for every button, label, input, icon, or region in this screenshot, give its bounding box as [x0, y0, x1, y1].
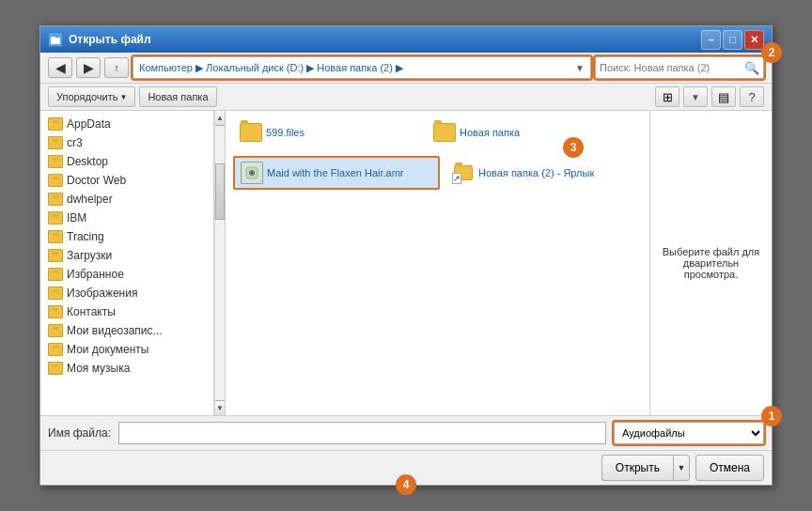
preview-area: Выберите файл для дварительн просмотра. [649, 111, 772, 415]
scroll-thumb[interactable] [215, 163, 225, 220]
forward-button[interactable]: ▶ [76, 57, 101, 78]
folder-icon [48, 230, 63, 243]
dialog-icon [48, 32, 63, 47]
sidebar-item-videos[interactable]: Мои видеозапис... [40, 321, 213, 340]
folder-icon [240, 123, 262, 142]
view-pane-button[interactable]: ▤ [711, 86, 736, 107]
view-toggle-button[interactable]: ▼ [683, 86, 708, 107]
sidebar-item-label: dwhelper [67, 193, 113, 206]
preview-text: Выберите файл для дварительн просмотра. [658, 246, 764, 280]
sidebar-item-label: Desktop [67, 155, 108, 168]
filetype-select[interactable]: Аудиофайлы [614, 422, 764, 444]
back-button[interactable]: ◀ [48, 57, 72, 78]
actions-bar: Упорядочить ▼ Новая папка ⊞ ▼ ▤ ? [40, 84, 772, 111]
sidebar-item-label: Загрузки [67, 249, 112, 262]
open-button[interactable]: Открыть [601, 455, 673, 481]
sidebar-item-label: AppData [67, 117, 111, 131]
sidebar-item-ibm[interactable]: IBM [40, 209, 213, 227]
window-controls: – □ ✕ [701, 30, 764, 50]
organize-label: Упорядочить [56, 91, 117, 102]
buttons-bar: Открыть ▼ Отмена 4 [40, 450, 772, 485]
folder-icon [48, 193, 63, 206]
minimize-button[interactable]: – [701, 30, 721, 50]
sidebar-item-desktop[interactable]: Desktop [40, 152, 213, 171]
file-item-599files[interactable]: 599.files [233, 118, 421, 147]
folder-icon [48, 136, 63, 149]
folder-icon [48, 174, 63, 187]
file-name: Maid with the Flaxen Hair.amr [267, 167, 404, 178]
scroll-up-button[interactable]: ▲ [215, 111, 225, 126]
sidebar-item-label: Мои видеозапис... [67, 324, 163, 337]
address-toolbar: ◀ ▶ ↑ Компьютер ▶ Локальный диск (D:) ▶ … [40, 53, 772, 84]
sidebar-item-documents[interactable]: Мои документы [40, 340, 213, 359]
content-area: 3 599.files Новая папка [226, 111, 649, 415]
sidebar-item-label: Избранное [67, 268, 124, 281]
scroll-down-button[interactable]: ▼ [215, 400, 225, 415]
badge-4: 4 [396, 474, 416, 495]
sidebar-item-label: cr3 [67, 136, 83, 149]
folder-icon [48, 305, 63, 318]
sidebar-item-doctor-web[interactable]: Doctor Web [40, 171, 213, 190]
sidebar-item-label: Мои документы [67, 343, 148, 356]
breadcrumb-bar[interactable]: Компьютер ▶ Локальный диск (D:) ▶ Новая … [133, 56, 591, 79]
file-name: Новая папка (2) - Ярлык [478, 167, 594, 178]
organize-button[interactable]: Упорядочить ▼ [48, 86, 135, 107]
title-bar: Открыть файл – □ ✕ [40, 26, 772, 53]
sidebar-item-music[interactable]: Моя музыка [40, 359, 213, 378]
sidebar-item-label: Моя музыка [67, 362, 130, 375]
breadcrumb-text: Компьютер ▶ Локальный диск (D:) ▶ Новая … [139, 62, 403, 74]
dialog-title: Открыть файл [69, 33, 151, 46]
folder-icon [48, 324, 63, 337]
maximize-button[interactable]: □ [723, 30, 742, 50]
new-folder-button[interactable]: Новая папка [139, 86, 216, 107]
view-controls: ⊞ ▼ ▤ ? [655, 86, 764, 107]
search-input[interactable] [600, 62, 741, 73]
file-name: 599.files [266, 127, 304, 138]
sidebar-scrollbar[interactable]: ▲ ▼ [214, 111, 226, 415]
file-item-shortcut[interactable]: ↗ Новая папка (2) - Ярлык [445, 156, 633, 190]
folder-icon [48, 343, 63, 356]
title-bar-left: Открыть файл [48, 32, 151, 47]
sidebar-item-appdata[interactable]: AppData [40, 115, 213, 133]
folder-icon [48, 249, 63, 262]
link-icon: ↗ [452, 162, 475, 184]
svg-point-2 [251, 172, 253, 174]
sidebar-item-cr3[interactable]: cr3 [40, 133, 213, 152]
filename-bar: Имя файла: Аудиофайлы 1 [40, 415, 772, 450]
file-item-audio[interactable]: Maid with the Flaxen Hair.amr [233, 156, 440, 190]
sidebar-item-favorites[interactable]: Избранное [40, 265, 213, 284]
folder-icon [48, 362, 63, 375]
sidebar: AppData cr3 Desktop Doctor Web dwhelper … [40, 111, 214, 415]
sidebar-item-dwhelper[interactable]: dwhelper [40, 190, 213, 209]
folder-icon [48, 211, 63, 225]
badge-3: 3 [563, 137, 584, 158]
view-grid-button[interactable]: ⊞ [655, 86, 679, 107]
sidebar-item-label: Tracing [67, 230, 104, 243]
sidebar-item-images[interactable]: Изображения [40, 284, 213, 302]
folder-icon [48, 268, 63, 281]
main-area: AppData cr3 Desktop Doctor Web dwhelper … [40, 111, 772, 415]
open-button-group: Открыть ▼ [601, 455, 690, 481]
cancel-button[interactable]: Отмена [695, 455, 764, 481]
folder-icon [48, 286, 63, 300]
sidebar-item-downloads[interactable]: Загрузки [40, 246, 213, 265]
close-button[interactable]: ✕ [744, 30, 764, 50]
filename-input[interactable] [118, 422, 606, 444]
filename-label: Имя файла: [48, 426, 111, 440]
sidebar-item-tracing[interactable]: Tracing [40, 227, 213, 246]
help-button[interactable]: ? [740, 86, 764, 107]
organize-chevron-icon: ▼ [119, 93, 127, 101]
file-item-new-folder[interactable]: Новая папка [427, 118, 615, 147]
sidebar-item-label: Изображения [67, 286, 137, 300]
badge-1: 1 [761, 406, 782, 426]
new-folder-label: Новая папка [148, 91, 208, 102]
folder-icon [433, 123, 456, 142]
sidebar-item-contacts[interactable]: Контакты [40, 302, 213, 321]
search-bar[interactable]: 🔍 [595, 56, 764, 79]
audio-file-icon [241, 162, 263, 184]
open-file-dialog: Открыть файл – □ ✕ ◀ ▶ ↑ Компьютер ▶ Лок… [39, 25, 773, 486]
folder-icon [48, 155, 63, 168]
folder-icon [48, 117, 63, 131]
open-dropdown-button[interactable]: ▼ [673, 455, 690, 481]
up-button[interactable]: ↑ [104, 57, 129, 78]
